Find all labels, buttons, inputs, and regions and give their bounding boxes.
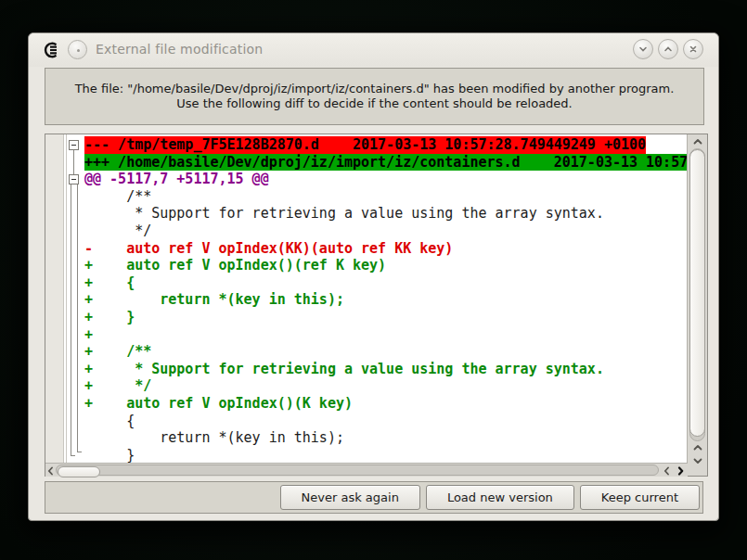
horizontal-scrollbar[interactable]: [45, 463, 688, 477]
chevron-up-icon: [692, 443, 703, 452]
diff-line-text: + }: [84, 309, 135, 326]
load-new-version-button[interactable]: Load new version: [426, 485, 574, 510]
chevron-right-icon: [676, 465, 685, 477]
diff-line: {: [84, 413, 687, 430]
vertical-scrollbar[interactable]: [687, 134, 707, 476]
coedit-logo-icon: [42, 41, 60, 59]
window-menu-button[interactable]: [68, 40, 87, 59]
scroll-up-stepper-bottom[interactable]: [688, 440, 708, 454]
close-button[interactable]: [683, 39, 703, 59]
diff-line: return *(key in this);: [84, 429, 687, 447]
chevron-up-icon: [663, 44, 674, 55]
diff-line-text: }: [84, 447, 135, 463]
diff-line: --- /tmp/temp_7F5E128B2870.d 2017-03-13 …: [84, 136, 687, 154]
diff-gutter: [45, 134, 64, 463]
window-controls: [633, 39, 703, 59]
scroll-left-stepper[interactable]: [45, 465, 56, 477]
chevron-left-icon: [46, 465, 55, 477]
diff-line-text: --- /tmp/temp_7F5E128B2870.d 2017-03-13 …: [84, 136, 646, 154]
diff-line-text: + auto ref V opIndex()(K key): [84, 395, 353, 413]
fold-toggle-hunk[interactable]: [70, 175, 79, 185]
scroll-up-stepper[interactable]: [688, 134, 708, 148]
diff-line: + /**: [84, 343, 687, 361]
diff-line-text: /**: [84, 188, 151, 206]
close-icon: [688, 44, 699, 55]
vertical-scroll-thumb[interactable]: [689, 149, 705, 437]
diff-line-text: - auto ref V opIndex(KK)(auto ref KK key…: [84, 240, 453, 258]
diff-line: /**: [84, 188, 687, 206]
keep-current-button[interactable]: Keep current: [580, 485, 700, 510]
diff-line-text: @@ -5117,7 +5117,15 @@: [84, 171, 269, 188]
button-bar: Never ask againLoad new versionKeep curr…: [45, 481, 703, 514]
scroll-left-stepper-right[interactable]: [661, 465, 673, 477]
diff-line: @@ -5117,7 +5117,15 @@: [84, 171, 687, 188]
diff-line-text: + * Support for retrieving a value using…: [84, 361, 604, 378]
diff-line-text: + return *(key in this);: [84, 291, 344, 309]
diff-line-text: + {: [84, 274, 135, 292]
shade-button[interactable]: [633, 39, 653, 59]
message-panel: The file: "/home/basile/Dev/dproj/iz/imp…: [45, 68, 704, 125]
diff-line: + * Support for retrieving a value using…: [84, 361, 687, 378]
titlebar[interactable]: External file modification: [29, 33, 718, 67]
diff-line: +++ /home/basile/Dev/dproj/iz/import/iz/…: [84, 154, 687, 172]
chevron-down-icon: [692, 457, 703, 465]
diff-line-text: {: [84, 413, 135, 430]
scroll-down-stepper[interactable]: [688, 454, 708, 468]
fold-gutter: [65, 134, 84, 463]
diff-line: + }: [84, 309, 687, 326]
chevron-down-icon: [638, 44, 649, 55]
diff-line-text: + */: [84, 377, 151, 395]
diff-line: + */: [84, 377, 687, 395]
diff-line: + return *(key in this);: [84, 291, 687, 309]
message-line-1: The file: "/home/basile/Dev/dproj/iz/imp…: [75, 82, 675, 96]
diff-panel: --- /tmp/temp_7F5E128B2870.d 2017-03-13 …: [45, 134, 708, 477]
diff-line-text: + auto ref V opIndex()(ref K key): [84, 257, 386, 274]
diff-line: + auto ref V opIndex()(K key): [84, 395, 687, 413]
diff-line: +: [84, 326, 687, 344]
diff-line-text: return *(key in this);: [84, 429, 344, 447]
desktop-background: External file modification The file: "/h…: [0, 0, 747, 560]
message-line-2: Use the following diff to decide if the …: [176, 96, 573, 111]
diff-text-area[interactable]: --- /tmp/temp_7F5E128B2870.d 2017-03-13 …: [84, 134, 687, 463]
chevron-left-icon: [663, 465, 671, 477]
diff-line-text: +: [84, 326, 93, 344]
diff-line: + auto ref V opIndex()(ref K key): [84, 257, 687, 274]
diff-line: }: [84, 447, 687, 463]
diff-line-text: * Support for retrieving a value using t…: [84, 205, 604, 223]
chevron-up-icon: [692, 137, 703, 146]
diff-line-text: +++ /home/basile/Dev/dproj/iz/import/iz/…: [84, 154, 687, 172]
horizontal-scroll-thumb[interactable]: [58, 466, 100, 477]
diff-line: */: [84, 223, 687, 240]
dialog-window: External file modification The file: "/h…: [28, 32, 719, 521]
diff-line: - auto ref V opIndex(KK)(auto ref KK key…: [84, 240, 687, 258]
diff-line: * Support for retrieving a value using t…: [84, 205, 687, 223]
scroll-right-stepper[interactable]: [674, 465, 687, 477]
window-title: External file modification: [96, 42, 263, 57]
maximize-button[interactable]: [658, 39, 678, 59]
diff-line: + {: [84, 274, 687, 292]
never-ask-again-button[interactable]: Never ask again: [280, 485, 420, 510]
horizontal-scroll-track[interactable]: [56, 465, 659, 476]
fold-toggle-file[interactable]: [70, 141, 79, 150]
diff-line-text: */: [84, 223, 151, 240]
diff-line-text: + /**: [84, 343, 151, 361]
